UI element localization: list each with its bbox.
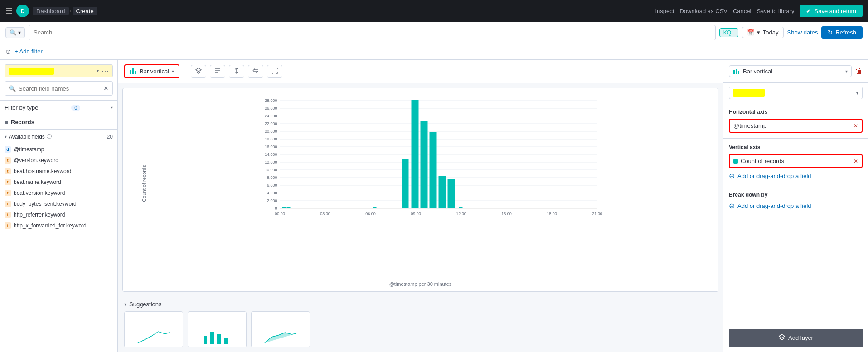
field-item-bytes[interactable]: t body_bytes_sent.keyword [0,198,117,209]
add-field-label-breakdown: Add or drag-and-drop a field [737,203,811,209]
suggestions-chevron: ▾ [124,302,126,307]
svg-rect-2 [135,71,136,74]
add-field-row-breakdown[interactable]: ⊕ Add or drag-and-drop a field [729,202,863,210]
center-panel: Bar vertical ▾ Count of records [118,60,723,352]
right-chart-type-selector[interactable]: Bar vertical ▾ [729,65,852,77]
field-type-text-icon: t [5,157,11,164]
svg-text:09:00: 09:00 [411,212,421,216]
top-nav: ☰ D Dashboard › Create Inspect Download … [0,0,868,22]
hamburger-icon[interactable]: ☰ [5,6,13,16]
save-and-return-button[interactable]: ✔ Save and return [800,5,863,17]
field-item-beatname[interactable]: t beat.name.keyword [0,177,117,188]
toolbar-btn-1[interactable] [191,65,206,78]
svg-text:06:00: 06:00 [365,212,376,216]
field-name-referrer: http_referrer.keyword [14,212,65,218]
search-icon-btn[interactable]: 🔍 ▾ [5,27,25,38]
horizontal-axis-close-icon[interactable]: ✕ [853,123,858,129]
svg-rect-62 [217,334,221,344]
right-panel: Bar vertical ▾ 🗑 ▾ Horizontal axis @time… [723,60,868,352]
svg-text:28,000: 28,000 [265,98,277,103]
collapse-icon[interactable]: ▾ [5,134,7,139]
toolbar-btn-5[interactable] [267,65,282,78]
right-trash-button[interactable]: 🗑 [855,67,863,75]
chart-type-button[interactable]: Bar vertical ▾ [124,64,179,78]
data-source-label [9,68,54,75]
add-layer-wrap: Add layer [723,323,868,352]
field-item-version[interactable]: t @version.keyword [0,155,117,166]
vertical-axis-field-box: Count of records ✕ [729,154,863,168]
add-layer-label: Add layer [788,334,813,341]
svg-text:00:00: 00:00 [275,212,285,216]
data-source-selector[interactable]: ▾ ⋯ [5,64,113,77]
suggestion-card-2[interactable] [188,311,247,347]
search-clear-icon[interactable]: ✕ [103,85,109,92]
add-layer-button[interactable]: Add layer [729,329,863,347]
field-type-date-icon: d [5,146,11,153]
chart-toolbar: Bar vertical ▾ [118,60,723,83]
records-row: Records [0,115,117,130]
svg-rect-59 [464,208,467,208]
cancel-link[interactable]: Cancel [733,8,751,14]
svg-rect-55 [430,132,437,208]
field-item-beatversion[interactable]: t beat.version.keyword [0,188,117,198]
color-selector-row[interactable]: ▾ [729,87,863,99]
fields-list: d @timestamp t @version.keyword t beat.h… [0,144,117,352]
sidebar-top: ▾ ⋯ 🔍 ✕ [0,60,117,101]
info-icon[interactable]: ⓘ [47,133,52,140]
svg-text:22,000: 22,000 [265,121,277,126]
add-layer-icon [778,333,786,342]
filter-type-row: Filter by type 0 ▾ [0,101,117,115]
ds-menu-icon[interactable]: ⋯ [102,67,109,75]
field-type-text-icon: t [5,222,11,229]
field-type-text-icon: t [5,179,11,185]
add-field-plus-icon: ⊕ [729,172,735,180]
show-dates-button[interactable]: Show dates [787,29,818,36]
toolbar-btn-3[interactable] [229,65,244,78]
search-field-input[interactable] [19,85,101,92]
svg-rect-58 [459,207,463,208]
breadcrumb-create[interactable]: Create [73,7,97,15]
horizontal-axis-field: @timestamp [733,122,766,129]
search-input[interactable] [34,29,711,36]
svg-text:15:00: 15:00 [501,212,512,216]
svg-text:20,000: 20,000 [265,129,277,134]
kql-badge[interactable]: KQL [719,28,738,37]
field-type-text-icon: t [5,190,11,196]
search-bar: 🔍 ▾ KQL 📅 ▾ Today Show dates ↻ Refresh [0,22,868,43]
breadcrumb-dashboard[interactable]: Dashboard [33,7,69,15]
check-icon: ✔ [806,7,811,14]
inspect-link[interactable]: Inspect [655,8,674,14]
date-picker[interactable]: 📅 ▾ Today [742,27,784,38]
field-item-timestamp[interactable]: d @timestamp [0,144,117,155]
suggestions-header[interactable]: ▾ Suggestions [124,301,717,308]
chart-area: Count of records 0 2,000 4,000 6,000 8,0… [122,88,718,292]
refresh-button[interactable]: ↻ Refresh [821,26,863,39]
right-chart-chevron: ▾ [845,69,848,74]
filter-type-chevron[interactable]: ▾ [111,105,113,110]
right-panel-top: Bar vertical ▾ 🗑 [723,60,868,83]
svg-rect-47 [282,207,286,208]
available-fields-label: Available fields [9,134,45,140]
field-item-referrer[interactable]: t http_referrer.keyword [0,209,117,220]
search-dropdown-arrow: ▾ [18,29,21,36]
available-fields-header: ▾ Available fields ⓘ 20 [0,130,117,144]
add-filter-button[interactable]: + Add filter [15,48,43,55]
toolbar-btn-4[interactable] [248,65,263,78]
add-field-row-vertical[interactable]: ⊕ Add or drag-and-drop a field [729,172,863,180]
filter-icon[interactable]: ⊙ [5,48,11,55]
svg-rect-53 [412,100,419,208]
svg-text:12:00: 12:00 [456,212,466,216]
field-item-hostname[interactable]: t beat.hostname.keyword [0,166,117,177]
svg-marker-3 [196,68,201,72]
breakdown-section: Break down by ⊕ Add or drag-and-drop a f… [723,186,868,216]
field-item-forwarded[interactable]: t http_x_forwarded_for.keyword [0,220,117,231]
suggestion-card-3[interactable] [251,311,310,347]
save-to-library-button[interactable]: Save to library [756,8,794,14]
vertical-axis-close-icon[interactable]: ✕ [853,158,858,164]
horizontal-axis-field-box: @timestamp ✕ [729,119,863,133]
suggestion-card-1[interactable] [124,311,183,347]
toolbar-btn-2[interactable] [210,65,225,78]
vertical-axis-label: Vertical axis [729,144,863,150]
svg-rect-56 [439,176,446,208]
download-csv-link[interactable]: Download as CSV [679,8,727,14]
